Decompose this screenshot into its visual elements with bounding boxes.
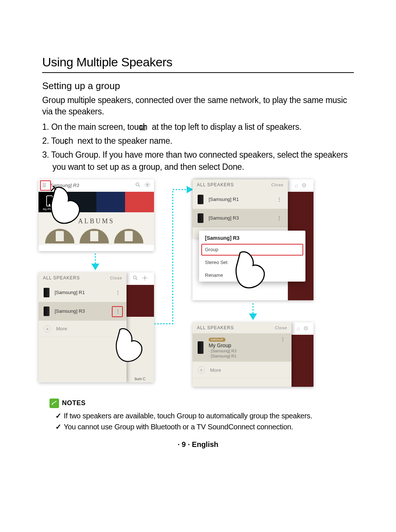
album-thumb[interactable] — [45, 229, 74, 243]
album-thumb[interactable] — [114, 229, 143, 243]
check-icon: ✓ — [55, 412, 62, 420]
menu-item-stereo[interactable]: Stereo Set — [199, 256, 305, 269]
speaker-row-r1[interactable]: [Samsung] R1 ⋮ — [192, 190, 288, 209]
speaker-icon — [198, 213, 203, 223]
popup-title: [Samsung] R3 — [199, 231, 305, 243]
intro-text: Group multiple speakers, connected over … — [42, 95, 354, 117]
search-icon[interactable] — [135, 182, 141, 189]
drawer-title: ALL SPEAKERS — [197, 325, 234, 330]
steps-list: 1. On the main screen, touch at the top … — [42, 121, 354, 173]
close-button[interactable]: Close — [271, 183, 283, 187]
menu-item-group[interactable]: Group — [199, 243, 305, 256]
svg-line-7 — [139, 186, 140, 187]
svg-marker-18 — [249, 313, 257, 320]
more-dots-icon[interactable]: ⋮ — [279, 336, 286, 342]
screenshot-main: ☰ Samsung] R3 My Phone ALBUMS — [38, 179, 154, 251]
page-footer: · 9 · English — [42, 440, 354, 449]
step-2: 2. Touch next to the speaker name. — [42, 135, 354, 147]
more-dots-icon[interactable]: ⋮ — [275, 197, 283, 202]
svg-point-13 — [133, 276, 136, 279]
more-row[interactable]: + More — [192, 362, 292, 378]
speaker-icon — [198, 341, 203, 354]
album-thumb[interactable] — [80, 229, 109, 243]
gear-icon[interactable]: ⚙ — [303, 325, 308, 332]
speaker-icon — [44, 307, 50, 316]
step-3: 3. Touch Group. If you have more than tw… — [42, 149, 354, 172]
context-menu: [Samsung] R3 Group Stereo Set Rename — [199, 231, 305, 282]
plus-icon: + — [198, 366, 205, 374]
svg-point-5 — [66, 143, 67, 144]
figure-area: ☰ Samsung] R3 My Phone ALBUMS — [38, 179, 350, 392]
flow-arrow-icon — [154, 184, 195, 331]
gear-icon[interactable] — [142, 275, 148, 282]
note-2: ✓You cannot use Group with Bluetooth or … — [50, 421, 354, 432]
plus-icon: + — [44, 325, 51, 333]
svg-point-4 — [66, 141, 67, 142]
search-icon[interactable]: ⌕ — [295, 182, 298, 189]
notes-heading: NOTES — [62, 399, 86, 407]
drawer-title: ALL SPEAKERS — [43, 275, 80, 280]
svg-marker-12 — [91, 264, 99, 270]
speaker-row-r3[interactable]: [Samsung] R3 ⋮ — [192, 209, 288, 228]
svg-point-10 — [49, 204, 50, 205]
search-icon[interactable] — [132, 275, 138, 282]
svg-line-14 — [136, 279, 137, 280]
more-dots-icon[interactable]: ⋮ — [275, 215, 283, 221]
page-title: Using Multiple Speakers — [42, 55, 354, 73]
speaker-icon — [44, 288, 50, 297]
notes-icon — [50, 399, 59, 408]
svg-point-8 — [147, 184, 148, 186]
album-c-label: bum C — [126, 317, 154, 382]
more-row[interactable]: + More — [38, 321, 126, 337]
svg-point-3 — [66, 139, 67, 140]
menu-item-rename[interactable]: Rename — [199, 269, 305, 282]
speaker-row-r3[interactable]: [Samsung] R3 ⋮ — [38, 302, 126, 321]
group-row[interactable]: GROUP My Group · [Samsung] R3 · [Samsung… — [192, 333, 292, 362]
close-button[interactable]: Close — [275, 326, 287, 330]
flow-arrow-icon — [90, 253, 101, 271]
search-icon[interactable]: ⌕ — [297, 325, 300, 332]
step-1: 1. On the main screen, touch at the top … — [42, 121, 354, 133]
section-subtitle: Setting up a group — [42, 80, 354, 92]
screenshot-popup: ⌕ ⚙ ALL SPEAKERS Close [Samsung] R1 ⋮ [S… — [192, 179, 314, 300]
close-button[interactable]: Close — [110, 276, 122, 280]
screenshot-drawer: bum C ALL SPEAKERS Close [Samsung] R1 ⋮ … — [38, 272, 154, 382]
speaker-icon — [198, 195, 203, 204]
my-phone-tile[interactable]: My Phone — [38, 192, 60, 212]
flow-arrow-icon — [247, 302, 258, 321]
group-badge: GROUP — [209, 338, 225, 342]
gear-icon[interactable] — [144, 182, 150, 189]
more-dots-icon[interactable]: ⋮ — [114, 290, 121, 295]
group-name: My Group — [209, 342, 236, 348]
drawer-title: ALL SPEAKERS — [197, 182, 234, 187]
screenshot-grouped: ⌕ ⚙ ALL SPEAKERS Close GROUP My Group · … — [192, 322, 314, 387]
more-dots-icon[interactable]: ⋮ — [114, 308, 121, 314]
notes-section: NOTES ✓If two speakers are available, to… — [42, 399, 354, 432]
note-1: ✓If two speakers are available, touch Gr… — [50, 410, 354, 421]
albums-label: ALBUMS — [38, 212, 154, 229]
svg-point-15 — [144, 277, 146, 279]
svg-point-6 — [136, 183, 139, 186]
header-title: Samsung] R3 — [50, 183, 79, 188]
gear-icon[interactable]: ⚙ — [301, 182, 307, 189]
check-icon: ✓ — [55, 423, 62, 431]
highlight-hamburger — [40, 180, 51, 191]
speaker-row-r1[interactable]: [Samsung] R1 ⋮ — [38, 283, 126, 302]
